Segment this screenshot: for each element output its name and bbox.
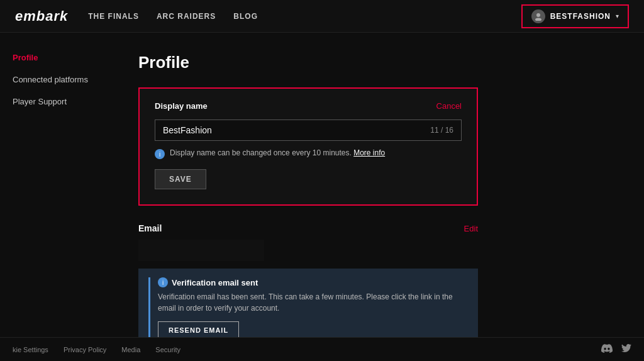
footer-link-security[interactable]: Security <box>155 346 180 353</box>
nav-link-arc-raiders[interactable]: ARC RAIDERS <box>157 12 216 21</box>
hint-text: Display name can be changed once every 1… <box>170 148 385 157</box>
display-name-header: Display name Cancel <box>155 101 462 111</box>
display-name-label: Display name <box>155 101 208 111</box>
resend-email-button[interactable]: RESEND EMAIL <box>158 321 239 337</box>
cancel-button[interactable]: Cancel <box>436 101 462 111</box>
sidebar: Profile Connected platforms Player Suppo… <box>0 33 113 337</box>
verification-text: Verification email has been sent. This c… <box>158 291 468 314</box>
edit-email-button[interactable]: Edit <box>464 224 478 233</box>
verification-info-icon: i <box>158 277 168 287</box>
verification-content: i Verification email sent Verification e… <box>158 277 468 337</box>
sidebar-item-player-support[interactable]: Player Support <box>13 97 101 106</box>
nav-link-blog[interactable]: BLOG <box>233 12 258 21</box>
discord-icon[interactable] <box>601 344 613 355</box>
display-name-input-wrapper: 11 / 16 <box>155 119 462 141</box>
email-label: Email <box>138 223 162 233</box>
char-count: 11 / 16 <box>430 126 453 135</box>
twitter-icon[interactable] <box>621 344 631 355</box>
email-section: Email Edit i Verification email sent Ver… <box>138 223 478 337</box>
nav-links: THE FINALS ARC RAIDERS BLOG <box>88 12 258 21</box>
user-avatar-icon <box>531 9 545 23</box>
chevron-down-icon: ▾ <box>616 13 619 19</box>
svg-point-0 <box>536 13 540 17</box>
user-name: BESTFASHION <box>550 12 611 21</box>
sidebar-item-connected-platforms[interactable]: Connected platforms <box>13 75 101 84</box>
footer-icons <box>601 344 631 355</box>
embark-logo[interactable]: embark <box>15 8 68 25</box>
verification-box: i Verification email sent Verification e… <box>138 269 478 337</box>
page-layout: Profile Connected platforms Player Suppo… <box>0 33 644 337</box>
footer-link-privacy[interactable]: Privacy Policy <box>64 346 106 353</box>
verification-title: Verification email sent <box>172 278 258 287</box>
nav-link-the-finals[interactable]: THE FINALS <box>88 12 139 21</box>
footer-link-cookie[interactable]: kie Settings <box>13 346 48 353</box>
info-icon: i <box>155 149 165 159</box>
verification-title-row: i Verification email sent <box>158 277 468 287</box>
hint-row: i Display name can be changed once every… <box>155 148 462 159</box>
display-name-input[interactable] <box>163 125 430 135</box>
svg-point-1 <box>535 18 541 21</box>
main-content: Profile Display name Cancel 11 / 16 i Di… <box>113 33 644 337</box>
user-menu[interactable]: BESTFASHION ▾ <box>521 4 629 28</box>
topnav: embark THE FINALS ARC RAIDERS BLOG BESTF… <box>0 0 644 33</box>
email-value <box>138 240 264 261</box>
sidebar-item-profile[interactable]: Profile <box>13 53 101 62</box>
save-button[interactable]: SAVE <box>155 169 206 189</box>
more-info-link[interactable]: More info <box>353 148 385 157</box>
footer: kie Settings Privacy Policy Media Securi… <box>0 337 644 361</box>
footer-link-media[interactable]: Media <box>121 346 140 353</box>
verification-bar <box>148 277 150 337</box>
email-header: Email Edit <box>138 223 478 233</box>
page-title: Profile <box>138 53 619 72</box>
topnav-left: embark THE FINALS ARC RAIDERS BLOG <box>15 8 258 25</box>
footer-links: kie Settings Privacy Policy Media Securi… <box>13 346 180 353</box>
display-name-section: Display name Cancel 11 / 16 i Display na… <box>138 87 478 206</box>
